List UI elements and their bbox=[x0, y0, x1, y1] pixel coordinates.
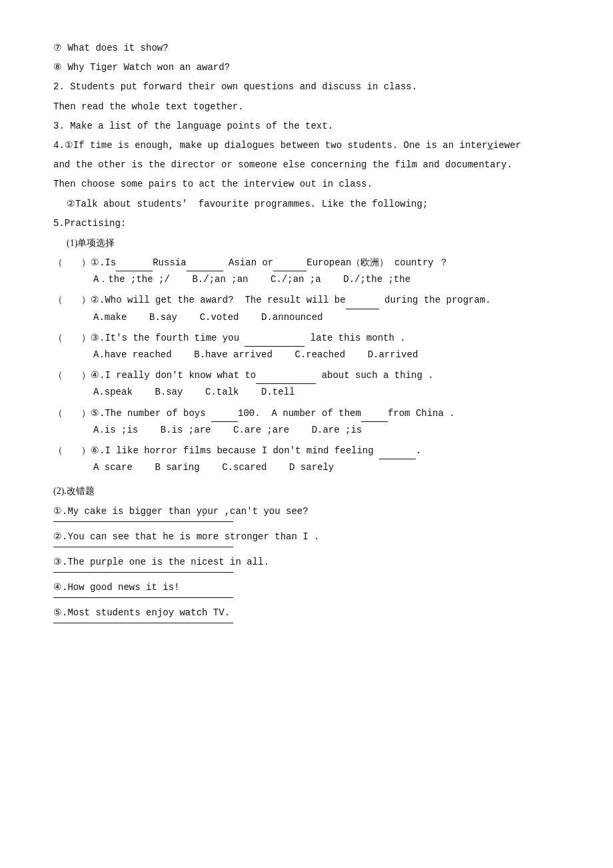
mcq-paren-6: ） bbox=[81, 443, 91, 459]
mcq-paren-4: ） bbox=[81, 367, 91, 384]
mcq-options-2: A.make B.say C.voted D.announced bbox=[53, 309, 560, 326]
correction-item-3: ③.The purple one is the nicest in all. bbox=[53, 554, 560, 573]
correction-answer-1: . bbox=[53, 521, 233, 522]
item-8: ⑧ Why Tiger Watch won an award? bbox=[53, 59, 560, 76]
correction-dot-1: . bbox=[201, 505, 207, 522]
correction-answer-3 bbox=[53, 572, 233, 573]
mcq-options-1: A．the ;the ;/ B./;an ;an C./;an ;a D./;t… bbox=[53, 271, 560, 288]
mcq-bracket-1: （ bbox=[53, 255, 81, 271]
mcq-item-5: （ ） ⑤.The number of boys 100. A number o… bbox=[53, 405, 560, 422]
step-4-a: 4.①If time is enough, make up dialogues … bbox=[53, 137, 560, 154]
correction-answer-5 bbox=[53, 623, 233, 623]
mcq-paren-1: ） bbox=[81, 255, 91, 271]
correction-item-5: ⑤.Most students enjoy watch TV. bbox=[53, 605, 560, 623]
mcq-bracket-6: （ bbox=[53, 443, 81, 459]
section-1-title: (1)单项选择 bbox=[53, 235, 560, 252]
step-3: 3. Make a list of the language points of… bbox=[53, 118, 560, 135]
mcq-options-3: A.have reached B.have arrived C.reached … bbox=[53, 347, 560, 363]
item-7: ⑦ What does it show? bbox=[53, 40, 560, 57]
step-2: 2. Students put forward their own questi… bbox=[53, 79, 560, 95]
mcq-bracket-4: （ bbox=[53, 367, 81, 384]
correction-sentence-4: ④.How good news it is! bbox=[53, 579, 560, 596]
mcq-item-6: （ ） ⑥.I like horror films because I don'… bbox=[53, 443, 560, 459]
correction-answer-4 bbox=[53, 597, 233, 598]
correction-answer-2 bbox=[53, 547, 233, 547]
mcq-question-6: ⑥.I like horror films because I don't mi… bbox=[91, 443, 421, 459]
correction-title: (2).改错题 bbox=[53, 483, 560, 500]
mcq-item-3: （ ） ③.It's the fourth time you late this… bbox=[53, 330, 560, 347]
correction-sentence-2: ②.You can see that he is more stronger t… bbox=[53, 529, 560, 545]
mcq-bracket-2: （ bbox=[53, 292, 81, 309]
correction-sentence-1: ①.My cake is bigger than your ,can't you… bbox=[53, 503, 560, 520]
mcq-options-6: A scare B saring C.scared D sarely bbox=[53, 459, 560, 476]
page-content: ⑦ What does it show? ⑧ Why Tiger Watch w… bbox=[53, 40, 560, 623]
step-4-c: Then choose some pairs to act the interv… bbox=[53, 176, 560, 193]
correction-sentence-3: ③.The purple one is the nicest in all. bbox=[53, 554, 560, 571]
mcq-item-4: （ ） ④.I really don't know what to about … bbox=[53, 367, 560, 384]
mcq-question-4: ④.I really don't know what to about such… bbox=[91, 367, 434, 384]
correction-item-1: ①.My cake is bigger than your ,can't you… bbox=[53, 503, 560, 522]
correction-sentence-5: ⑤.Most students enjoy watch TV. bbox=[53, 605, 560, 621]
mcq-question-5: ⑤.The number of boys 100. A number of th… bbox=[91, 405, 455, 422]
step-4-b: and the other is the director or someone… bbox=[53, 157, 560, 173]
mcq-options-4: A.speak B.say C.talk D.tell bbox=[53, 384, 560, 401]
mcq-paren-5: ） bbox=[81, 405, 91, 422]
mcq-paren-3: ） bbox=[81, 330, 91, 347]
step-2-sub: Then read the whole text together. bbox=[53, 99, 560, 115]
mcq-item-2: （ ） ②.Who will get the award? The result… bbox=[53, 292, 560, 309]
correction-item-2: ②.You can see that he is more stronger t… bbox=[53, 529, 560, 547]
mcq-question-2: ②.Who will get the award? The result wil… bbox=[91, 292, 491, 309]
mcq-question-3: ③.It's the fourth time you late this mon… bbox=[91, 330, 406, 347]
correction-item-4: ④.How good news it is! bbox=[53, 579, 560, 598]
mcq-bracket-5: （ bbox=[53, 405, 81, 422]
step-4-d: ②Talk about students' favourite programm… bbox=[53, 196, 560, 213]
step-5: 5.Practising: bbox=[53, 215, 560, 232]
mcq-item-1: （ ） ①.IsRussia Asian orEuropean（欧洲） coun… bbox=[53, 255, 560, 271]
mcq-options-5: A.is ;is B.is ;are C.are ;are D.are ;is bbox=[53, 422, 560, 439]
mcq-question-1: ①.IsRussia Asian orEuropean（欧洲） country … bbox=[91, 255, 448, 271]
mcq-paren-2: ） bbox=[81, 292, 91, 309]
mcq-bracket-3: （ bbox=[53, 330, 81, 347]
